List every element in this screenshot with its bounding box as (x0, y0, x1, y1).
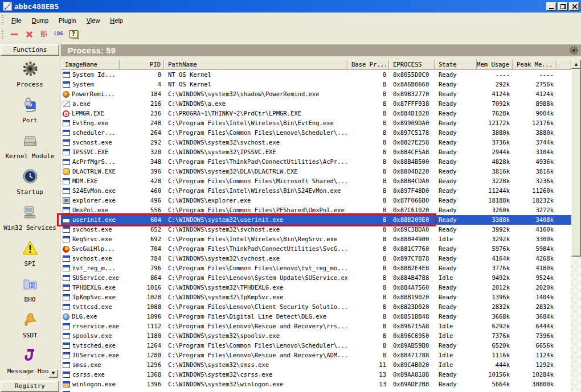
column-header-pathname[interactable]: PathName (164, 60, 347, 70)
menu-help[interactable]: Help (105, 15, 128, 26)
cell-eprocess: 0x884B4788 (389, 273, 435, 283)
app-window-icon (63, 217, 70, 223)
process-row[interactable]: tvttcsd.exe1088C:\Program Files\Lenovo\C… (61, 302, 571, 312)
process-row[interactable]: System4NT OS Kernel80x8A6B0660Ready292k2… (61, 80, 571, 89)
process-row[interactable]: spoolsv.exe1180C:\WINDOWS\system32\spool… (61, 331, 571, 341)
cell-path: C:\Program Files\ThinkPad\ConnectUtiliti… (164, 244, 347, 254)
sidebar-item-bho[interactable]: BHO (0, 273, 60, 309)
process-row[interactable]: UmxPol.exe556C:\Program Files\Common Fil… (61, 205, 571, 215)
sidebar-scroll-down-button[interactable]: ▼ (48, 369, 58, 378)
column-header-state[interactable]: State (435, 60, 477, 70)
minus-tool-button[interactable] (7, 28, 21, 40)
process-row[interactable] (61, 389, 571, 392)
column-header-filler[interactable] (557, 60, 571, 70)
process-row[interactable]: EvtEng.exe248C:\Program Files\Intel\Wire… (61, 118, 571, 128)
registry-group-button[interactable]: Registry (1, 381, 59, 392)
process-row[interactable]: explorer.exe496C:\WINDOWS\explorer.exe80… (61, 196, 571, 205)
process-row[interactable]: svchost.exe292C:\WINDOWS\system32\svchos… (61, 138, 571, 147)
cell-base: 8 (347, 215, 389, 225)
sidebar-item-process[interactable]: Process (0, 58, 60, 94)
imagename-text: UmxPol.exe (72, 205, 108, 215)
column-header-imagename[interactable]: ImageName (61, 60, 120, 70)
column-header-pid[interactable]: PID (120, 60, 164, 70)
minimize-icon (549, 8, 554, 9)
column-header-eprocess[interactable]: EPROCESS (389, 60, 435, 70)
close-button[interactable] (569, 2, 579, 11)
process-row[interactable]: rrservice.exe1112C:\Program Files\Lenovo… (61, 321, 571, 331)
title-bar[interactable]: abbc488EB5 (0, 0, 581, 13)
process-row[interactable]: IPSSVC.EXE320C:\WINDOWS\system32\IPSSVC.… (61, 147, 571, 157)
process-row[interactable]: SvcGuiHlp...704C:\Program Files\ThinkPad… (61, 244, 571, 254)
cell-peak: 11260k (513, 186, 557, 196)
sidebar-item-label: Win32 Services (3, 224, 56, 232)
restore-icon (560, 4, 566, 9)
cell-path: C:\Program Files\Digital Line Detect\DLG… (164, 312, 347, 321)
process-row[interactable]: PowerRemi...184C:\WINDOWS\system32\shado… (61, 89, 571, 99)
log-button[interactable]: LOG (52, 28, 66, 40)
scroll-up-button[interactable]: ▲ (571, 60, 581, 69)
process-row[interactable]: svchost.exe652C:\WINDOWS\system32\svchos… (61, 225, 571, 234)
menubar-gripper[interactable] (2, 15, 3, 24)
process-row[interactable]: tvtsched.exe1264C:\Program Files\Common … (61, 341, 571, 350)
column-header-mem-usage[interactable]: Mem Usage (477, 60, 513, 70)
process-row[interactable]: AcPrfMgrS...348C:\Program Files\ThinkPad… (61, 157, 571, 167)
column-header-peak-me-[interactable]: Peak Me... (513, 60, 557, 70)
menu-dump[interactable]: Dump (27, 15, 54, 26)
imagename-text: System (72, 80, 94, 89)
help-button[interactable]: ? (67, 28, 80, 40)
cell-mem: 4828k (477, 157, 513, 167)
sidebar-item-spi[interactable]: SPI (0, 237, 60, 273)
cell-state: Idle (435, 321, 477, 331)
process-row[interactable]: IUService.exe1280C:\Program Files\Lenovo… (61, 350, 571, 360)
process-row-selected[interactable]: userinit.exe604C:\WINDOWS\system32\useri… (61, 215, 571, 225)
cell-filler (557, 225, 571, 234)
cell-filler (557, 99, 571, 109)
process-row[interactable]: a.exe216C:\WINDOWS\a.exe80x87FFF938Ready… (61, 99, 571, 109)
gdt-idt-button[interactable]: GDTIDT (37, 28, 51, 40)
log-icon: LOG (54, 31, 63, 37)
process-row[interactable]: S24EvMon.exe460C:\Program Files\Intel\Wi… (61, 186, 571, 196)
cell-mem: 5976k (477, 244, 513, 254)
process-row[interactable]: tvt_reg_m...796C:\Program Files\Common F… (61, 263, 571, 273)
cell-peak: 4936k (513, 157, 557, 167)
cell-eprocess: 0x89C3BDA0 (389, 225, 435, 234)
process-row[interactable]: SUService.exe864C:\Program Files\Lenovo\… (61, 273, 571, 283)
process-row[interactable]: System Id...0NT OS Kernel00x8055D0C0Read… (61, 70, 571, 80)
restore-button[interactable] (558, 2, 568, 11)
cell-mem: 12172k (477, 118, 513, 128)
process-row[interactable]: TPHDEXLG.exe1016C:\WINDOWS\system32\TPHD… (61, 283, 571, 292)
cell-imagename: svchost.exe (61, 254, 120, 263)
column-header-base-pr-[interactable]: Base Pr... (347, 60, 389, 70)
minus-icon (11, 34, 18, 35)
process-row[interactable]: RegSrvc.exe692C:\Program Files\Intel\Wir… (61, 234, 571, 244)
sidebar-item-win32-services[interactable]: Win32 Services (0, 201, 60, 237)
scrollbar-thumb[interactable] (571, 69, 581, 257)
cell-mem: 3292k (477, 234, 513, 244)
process-row[interactable]: DLG.exe1096C:\Program Files\Digital Line… (61, 312, 571, 321)
app-window-icon (63, 333, 70, 339)
process-row[interactable]: LPMGR.EXE236C:\PROGRA~1\THINKV~2\PrdCtr\… (61, 109, 571, 118)
process-row[interactable]: TpKmpSvc.exe1028C:\WINDOWS\system32\TpKm… (61, 292, 571, 302)
process-row[interactable]: svchost.exe784C:\WINDOWS\system32\svchos… (61, 254, 571, 263)
menu-view[interactable]: View (81, 15, 105, 26)
process-row[interactable]: MDM.EXE428C:\Program Files\Common Files\… (61, 176, 571, 186)
toolbar-gripper[interactable] (2, 30, 3, 39)
sidebar-item-startup[interactable]: Startup (0, 166, 60, 201)
cell-pid: 1180 (120, 331, 164, 341)
functions-group-button[interactable]: Functions (1, 44, 59, 56)
process-row[interactable]: scheduler...264C:\Program Files\Common F… (61, 128, 571, 138)
imagename-text: svchost.exe (72, 138, 112, 147)
cell-filler (557, 360, 571, 370)
sidebar-item-port[interactable]: Port (0, 94, 60, 130)
menu-plugin[interactable]: Plugin (54, 15, 81, 26)
menu-file[interactable]: File (6, 15, 27, 26)
vertical-scrollbar[interactable]: ▲ (571, 60, 581, 392)
process-row[interactable]: DLACTRLW.EXE396C:\WINDOWS\system32\DLA\D… (61, 167, 571, 176)
sidebar-item-kernel-module[interactable]: Kernel Module (0, 130, 60, 166)
delete-tool-button[interactable] (22, 28, 36, 40)
process-row[interactable]: csrss.exe1368C:\WINDOWS\system32\csrss.e… (61, 370, 571, 379)
process-row[interactable]: smss.exe1296C:\WINDOWS\system32\smss.exe… (61, 360, 571, 370)
sidebar-item-ssdt[interactable]: SSDT (0, 309, 60, 345)
process-row[interactable]: winlogon.exe1396C:\WINDOWS\system32\winl… (61, 379, 571, 389)
minimize-button[interactable] (546, 2, 557, 11)
